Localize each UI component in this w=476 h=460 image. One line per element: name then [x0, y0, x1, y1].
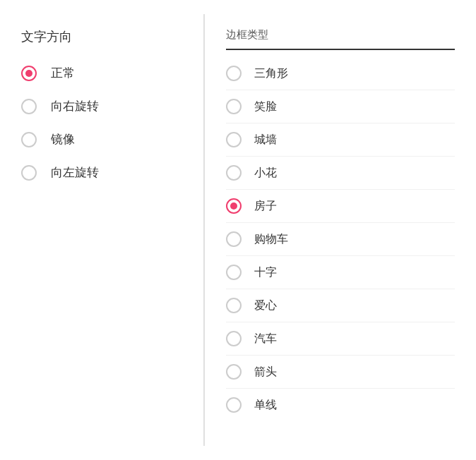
text-direction-option-rotate-left[interactable]: 向左旋转 — [21, 164, 182, 181]
border-type-option-single-line[interactable]: 单线 — [226, 389, 455, 421]
text-direction-label-mirror: 镜像 — [51, 131, 75, 147]
radio-circle-border-cross — [226, 265, 242, 280]
border-type-label-cart: 购物车 — [254, 232, 288, 247]
radio-circle-border-wall — [226, 132, 242, 147]
radio-circle-rotate-left — [21, 165, 37, 181]
border-type-label-smiley: 笑脸 — [254, 99, 277, 114]
border-type-option-car[interactable]: 汽车 — [226, 322, 455, 356]
border-type-option-flower[interactable]: 小花 — [226, 157, 455, 190]
radio-circle-border-single-line — [226, 397, 242, 413]
border-type-label-arrow: 箭头 — [254, 365, 277, 380]
border-type-label-cross: 十字 — [254, 265, 277, 280]
border-type-label-house: 房子 — [254, 199, 277, 214]
text-direction-label-rotate-right: 向右旋转 — [51, 98, 99, 114]
border-type-option-wall[interactable]: 城墙 — [226, 123, 455, 157]
radio-circle-border-flower — [226, 165, 242, 181]
text-direction-option-rotate-right[interactable]: 向右旋转 — [21, 98, 182, 114]
border-type-option-cart[interactable]: 购物车 — [226, 223, 455, 256]
text-direction-option-mirror[interactable]: 镜像 — [21, 131, 182, 147]
radio-circle-border-heart — [226, 298, 242, 313]
radio-circle-border-smiley — [226, 99, 242, 114]
border-type-option-house[interactable]: 房子 — [226, 190, 455, 223]
radio-circle-border-triangle — [226, 66, 242, 81]
radio-circle-border-arrow — [226, 364, 242, 380]
border-type-label-flower: 小花 — [254, 166, 277, 181]
border-type-label-car: 汽车 — [254, 332, 277, 346]
left-panel-title: 文字方向 — [21, 28, 182, 45]
radio-circle-rotate-right — [21, 99, 37, 114]
border-type-label-triangle: 三角形 — [254, 66, 288, 81]
border-type-option-cross[interactable]: 十字 — [226, 256, 455, 289]
radio-circle-mirror — [21, 132, 37, 147]
text-direction-label-rotate-left: 向左旋转 — [51, 164, 99, 181]
text-direction-group: 正常向右旋转镜像向左旋转 — [21, 65, 182, 181]
border-type-label-wall: 城墙 — [254, 133, 277, 147]
right-panel-header: 边框类型 — [226, 14, 455, 50]
border-type-option-arrow[interactable]: 箭头 — [226, 356, 455, 389]
radio-circle-border-house — [226, 198, 242, 214]
radio-circle-border-cart — [226, 231, 242, 247]
right-panel-title: 边框类型 — [226, 28, 455, 42]
border-type-group: 三角形笑脸城墙小花房子购物车十字爱心汽车箭头单线 — [226, 57, 455, 421]
border-type-option-smiley[interactable]: 笑脸 — [226, 90, 455, 123]
main-container: 文字方向 正常向右旋转镜像向左旋转 边框类型 三角形笑脸城墙小花房子购物车十字爱… — [0, 0, 476, 460]
text-direction-option-normal[interactable]: 正常 — [21, 65, 182, 81]
radio-circle-border-car — [226, 331, 242, 346]
left-panel: 文字方向 正常向右旋转镜像向左旋转 — [0, 14, 205, 446]
border-type-label-single-line: 单线 — [254, 398, 277, 413]
border-type-option-heart[interactable]: 爱心 — [226, 289, 455, 322]
text-direction-label-normal: 正常 — [51, 65, 75, 81]
border-type-label-heart: 爱心 — [254, 298, 277, 313]
radio-circle-normal — [21, 66, 37, 81]
right-panel: 边框类型 三角形笑脸城墙小花房子购物车十字爱心汽车箭头单线 — [205, 14, 476, 446]
border-type-option-triangle[interactable]: 三角形 — [226, 57, 455, 90]
